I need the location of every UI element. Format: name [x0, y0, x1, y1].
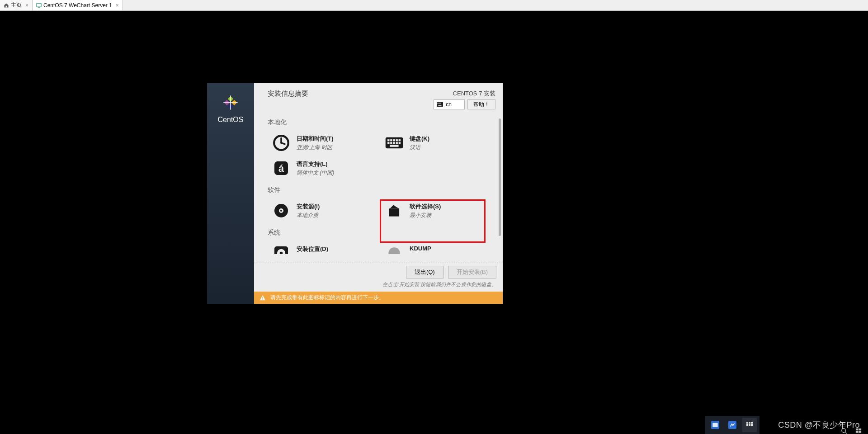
spoke-language-sub: 简体中文 (中国)	[297, 169, 334, 177]
spoke-kdump[interactable]: KDUMP	[381, 241, 489, 254]
package-icon	[386, 202, 403, 219]
svg-rect-20	[393, 139, 395, 141]
keyboard-layout-selector[interactable]: cn	[434, 99, 465, 109]
svg-rect-44	[749, 422, 750, 424]
system-tray	[841, 428, 862, 434]
spoke-datetime[interactable]: 日期和时间(T) 亚洲/上海 时区	[268, 130, 376, 156]
app-icon	[728, 421, 736, 429]
taskbar-app-1[interactable]	[708, 418, 722, 432]
svg-rect-10	[439, 103, 439, 104]
category-system: 系统	[268, 229, 494, 237]
centos-logo-icon	[220, 92, 241, 113]
spoke-datetime-title: 日期和时间(T)	[297, 135, 334, 143]
installer-footer: 退出(Q) 开始安装(B) 在点击‘开始安装’按钮前我们并不会操作您的磁盘。	[254, 263, 503, 292]
page-title: 安装信息摘要	[268, 90, 308, 98]
grid-icon	[746, 421, 753, 429]
harddisk-icon	[272, 244, 290, 254]
search-icon[interactable]	[841, 428, 847, 434]
svg-rect-1	[38, 7, 40, 7]
spoke-install-destination[interactable]: 安装位置(D)	[268, 241, 376, 254]
svg-rect-21	[396, 139, 398, 141]
svg-rect-28	[390, 145, 398, 146]
installer-sidebar: CentOS	[207, 83, 254, 304]
close-icon[interactable]: ×	[25, 2, 28, 9]
disc-icon	[272, 202, 290, 220]
clock-icon	[272, 133, 291, 152]
svg-line-16	[281, 143, 285, 144]
svg-rect-9	[438, 103, 438, 104]
svg-rect-0	[37, 3, 42, 7]
vm-tab-bar: 主页 × CentOS 7 WeChart Server 1 ×	[0, 0, 868, 11]
begin-install-button[interactable]: 开始安装(B)	[448, 266, 496, 278]
spoke-dest-title: 安装位置(D)	[297, 245, 328, 253]
svg-line-50	[845, 432, 847, 434]
svg-rect-27	[399, 142, 401, 144]
footer-hint: 在点击‘开始安装’按钮前我们并不会操作您的磁盘。	[260, 281, 496, 288]
svg-rect-18	[387, 139, 389, 141]
quit-button[interactable]: 退出(Q)	[406, 266, 443, 278]
windows-icon[interactable]	[855, 428, 862, 434]
keyboard-layout-code: cn	[446, 101, 452, 108]
svg-rect-45	[751, 422, 753, 424]
warning-triangle-icon	[259, 295, 266, 301]
category-localization: 本地化	[268, 118, 494, 127]
scrollbar-thumb[interactable]	[499, 118, 501, 236]
spoke-keyboard[interactable]: 键盘(K) 汉语	[381, 130, 489, 156]
svg-rect-22	[399, 139, 401, 141]
spoke-softsel-sub: 最小安装	[410, 212, 441, 219]
keyboard-icon	[437, 102, 443, 107]
svg-rect-52	[859, 429, 861, 430]
warning-bar: 请先完成带有此图标标记的内容再进行下一步。	[254, 292, 503, 304]
category-software: 软件	[268, 186, 494, 194]
svg-rect-25	[393, 142, 395, 144]
tab-vm[interactable]: CentOS 7 WeChart Server 1 ×	[33, 0, 123, 10]
spoke-language[interactable]: á 语言支持(L) 简体中文 (中国)	[268, 156, 376, 181]
vm-monitor-icon	[36, 3, 42, 8]
close-icon[interactable]: ×	[116, 2, 119, 9]
svg-rect-26	[396, 142, 398, 144]
spoke-install-source[interactable]: 安装源(I) 本地介质	[268, 198, 376, 223]
spoke-software-selection[interactable]: 软件选择(S) 最小安装	[381, 198, 489, 223]
taskbar-app-grid[interactable]	[742, 418, 757, 432]
spoke-softsel-title: 软件选择(S)	[410, 203, 441, 211]
warning-text: 请先完成带有此图标标记的内容再进行下一步。	[270, 294, 384, 302]
help-button[interactable]: 帮助！	[467, 99, 495, 109]
spoke-datetime-sub: 亚洲/上海 时区	[297, 144, 334, 151]
svg-rect-13	[439, 105, 442, 105]
svg-rect-23	[387, 142, 389, 144]
svg-rect-53	[856, 431, 858, 433]
svg-rect-19	[390, 139, 392, 141]
svg-rect-48	[751, 424, 753, 426]
svg-rect-12	[440, 103, 441, 104]
spoke-language-title: 语言支持(L)	[297, 160, 334, 168]
anaconda-installer-window: CentOS 安装信息摘要 CENTOS 7 安装 cn	[207, 83, 503, 304]
svg-rect-41	[712, 423, 717, 427]
svg-rect-46	[746, 424, 748, 426]
spoke-source-title: 安装源(I)	[297, 203, 320, 211]
svg-rect-24	[390, 142, 392, 144]
svg-point-37	[388, 247, 400, 254]
spoke-keyboard-title: 键盘(K)	[410, 135, 429, 143]
tab-home[interactable]: 主页 ×	[0, 0, 33, 10]
svg-point-33	[280, 210, 282, 212]
spoke-kdump-title: KDUMP	[410, 245, 431, 252]
spoke-keyboard-sub: 汉语	[410, 144, 429, 151]
vm-viewport: CentOS 安装信息摘要 CENTOS 7 安装 cn	[0, 11, 868, 434]
host-taskbar	[705, 416, 760, 434]
home-icon	[4, 3, 9, 8]
svg-text:á: á	[278, 163, 284, 174]
svg-rect-47	[749, 424, 750, 426]
svg-rect-51	[856, 429, 858, 430]
svg-rect-54	[859, 431, 861, 433]
brand-text: CentOS	[218, 116, 244, 124]
svg-rect-43	[746, 422, 748, 424]
spoke-source-sub: 本地介质	[297, 212, 320, 219]
keyboard-large-icon	[385, 136, 404, 150]
svg-rect-11	[439, 103, 440, 104]
svg-rect-38	[262, 297, 263, 298]
taskbar-app-2[interactable]	[725, 418, 740, 432]
svg-point-49	[842, 429, 846, 433]
tab-home-label: 主页	[11, 1, 22, 9]
app-icon	[711, 421, 719, 429]
language-icon: á	[272, 159, 290, 177]
